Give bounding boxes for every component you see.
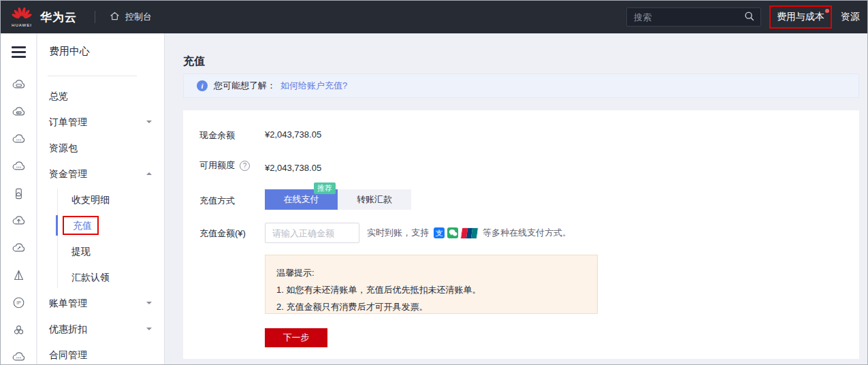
tab-online-label: 在线支付 <box>284 193 319 206</box>
prism-icon[interactable] <box>1 261 37 289</box>
search-input[interactable] <box>632 12 743 23</box>
payment-method-tabs: 在线支付 推荐 转账汇款 <box>265 189 411 210</box>
console-label: 控制台 <box>125 11 152 23</box>
cluster-icon[interactable] <box>1 316 37 343</box>
device-cloud-icon[interactable] <box>1 180 37 207</box>
alipay-icon: 支 <box>434 227 445 238</box>
sidebar-subitem-recharge[interactable]: 充值 <box>37 212 164 238</box>
page-title: 充值 <box>183 54 205 69</box>
huawei-logo-text: HUAWEI <box>12 23 32 27</box>
tab-online-payment[interactable]: 在线支付 推荐 <box>265 189 338 210</box>
search-box[interactable] <box>626 7 761 27</box>
billing-and-cost-link[interactable]: 费用与成本 <box>777 11 824 23</box>
amount-label: 充值金额(¥) <box>199 227 246 240</box>
quota-label: 可用额度 ? <box>199 159 250 172</box>
sidebar-item-overview[interactable]: 总览 <box>37 83 164 109</box>
payment-icons: 支 <box>432 227 479 239</box>
huawei-petals-icon <box>11 7 33 22</box>
console-link[interactable]: 控制台 <box>109 10 152 25</box>
cloud-edit-icon[interactable] <box>1 234 37 261</box>
hint-text-after: 等多种在线支付方式。 <box>483 227 571 239</box>
cloud-server-icon[interactable] <box>1 71 37 98</box>
recharge-card: 现金余额 ¥2,043,738.05 可用额度 ? ¥2,043,738.05 … <box>183 110 859 359</box>
topbar-divider <box>95 11 95 23</box>
info-icon: i <box>197 80 208 91</box>
funds-submenu: 收支明细 充值 提现 汇款认领 <box>37 187 164 290</box>
chevron-up-icon <box>146 170 152 175</box>
tips-box: 温馨提示: 1. 如您有未还清账单，充值后优先抵扣未还清账单。 2. 充值金额只… <box>265 255 598 314</box>
recharge-annotation-box: 充值 <box>63 216 99 235</box>
quota-value: ¥2,043,738.05 <box>265 163 321 173</box>
tips-line-1: 1. 如您有未还清账单，充值后优先抵扣未还清账单。 <box>276 281 586 298</box>
sidebar-subitem-withdraw[interactable]: 提现 <box>37 238 164 264</box>
info-banner: i 您可能想了解： 如何给账户充值? <box>183 74 859 98</box>
how-to-recharge-link[interactable]: 如何给账户充值? <box>280 80 347 92</box>
service-icon-strip: IP <box>1 33 37 364</box>
sidebar-item-label: 订单管理 <box>49 116 87 127</box>
sidebar-item-bill-management[interactable]: 账单管理 <box>37 290 164 316</box>
amount-input[interactable] <box>265 223 359 243</box>
billing-center-sidebar: 费用中心 总览 订单管理 资源包 资金管理 收支明细 充值 提现 汇款认领 <box>37 33 165 364</box>
sidebar-item-label: 资金管理 <box>49 168 87 179</box>
cloud-upload-icon[interactable] <box>1 207 37 234</box>
sidebar-item-resource-packages[interactable]: 资源包 <box>37 135 164 161</box>
method-label: 充值方式 <box>199 195 235 207</box>
next-step-button[interactable]: 下一步 <box>265 328 327 347</box>
payment-hint: 实时到账，支持 支 等多种在线支付方式。 <box>367 223 571 243</box>
sidebar-item-label: 账单管理 <box>49 298 87 308</box>
cloud-ellipsis-icon-2[interactable] <box>1 153 37 180</box>
sidebar-item-label: 优惠折扣 <box>49 323 87 334</box>
question-icon[interactable]: ? <box>240 161 250 171</box>
main-content: 充值 i 您可能想了解： 如何给账户充值? 现金余额 ¥2,043,738.05… <box>165 33 867 364</box>
cash-balance-value: ¥2,043,738.05 <box>265 129 321 140</box>
cloud-server-icon-2[interactable] <box>1 98 37 125</box>
notification-dot <box>825 9 829 13</box>
sidebar-menu: 总览 订单管理 资源包 资金管理 收支明细 充值 提现 汇款认领 账单管理 <box>37 83 164 365</box>
cloud-ellipsis-icon-3[interactable] <box>1 343 37 365</box>
huawei-cloud-console: HUAWEI 华为云 控制台 费用与成本 <box>0 0 868 365</box>
tips-line-2: 2. 充值金额只有消费后才可开具发票。 <box>276 298 586 315</box>
chevron-down-icon <box>146 302 152 307</box>
cash-balance-label: 现金余额 <box>199 129 235 142</box>
home-icon <box>109 10 120 25</box>
billing-annotation-box: 费用与成本 <box>769 5 832 29</box>
wechat-pay-icon <box>447 227 458 238</box>
topbar-right: 费用与成本 资源 <box>626 5 860 29</box>
search-icon[interactable] <box>743 10 755 25</box>
sidebar-subitem-remittance-claim[interactable]: 汇款认领 <box>37 264 164 290</box>
chevron-down-icon <box>146 121 152 126</box>
resources-link[interactable]: 资源 <box>841 11 860 23</box>
recommend-badge: 推荐 <box>314 182 336 194</box>
unionpay-icon <box>460 227 479 239</box>
sidebar-divider <box>48 76 137 76</box>
topbar: HUAWEI 华为云 控制台 费用与成本 <box>1 1 867 33</box>
hint-text-before: 实时到账，支持 <box>367 227 429 239</box>
sidebar-title: 费用中心 <box>49 45 90 58</box>
tab-bank-transfer[interactable]: 转账汇款 <box>338 189 411 210</box>
svg-text:IP: IP <box>16 300 21 304</box>
huawei-logo: HUAWEI <box>10 7 34 27</box>
hamburger-menu-icon[interactable] <box>12 46 26 61</box>
cloud-ellipsis-icon[interactable] <box>1 125 37 153</box>
sidebar-subitem-income-details[interactable]: 收支明细 <box>37 187 164 212</box>
chevron-down-icon <box>146 328 152 333</box>
sidebar-item-contract-management[interactable]: 合同管理 <box>37 342 164 365</box>
sidebar-item-discounts[interactable]: 优惠折扣 <box>37 316 164 342</box>
strip-icons: IP <box>1 71 37 365</box>
ip-icon[interactable]: IP <box>1 289 37 316</box>
brand-title: 华为云 <box>40 10 77 25</box>
sidebar-item-order-management[interactable]: 订单管理 <box>37 109 164 135</box>
tips-title: 温馨提示: <box>276 264 586 281</box>
banner-text: 您可能想了解： <box>214 80 276 92</box>
sidebar-item-funds-management[interactable]: 资金管理 <box>37 161 164 187</box>
quota-label-text: 可用额度 <box>199 159 235 172</box>
